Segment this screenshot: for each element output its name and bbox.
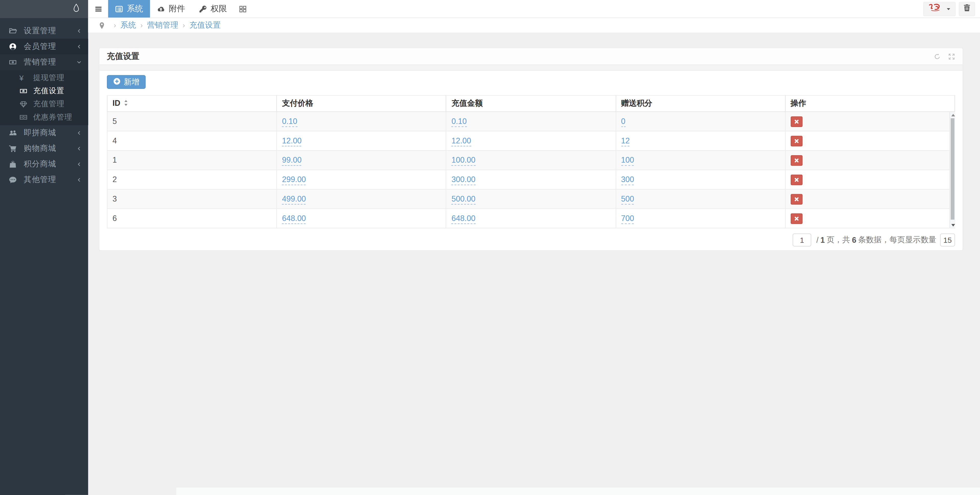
sidebar-item-label: 充值管理 [33,99,82,110]
editable-points-link[interactable]: 100 [621,156,634,166]
cell-operations [785,189,955,209]
fullscreen-button[interactable] [948,53,955,60]
sidebar-item-label: 优惠券管理 [33,112,82,123]
tab-auth[interactable]: 权限 [192,0,234,18]
editable-amount-link[interactable]: 300.00 [452,175,475,185]
delete-button[interactable] [791,213,802,224]
editable-amount-link[interactable]: 648.00 [452,214,475,224]
apps-grid-button[interactable] [234,0,252,18]
delete-button[interactable] [791,116,802,127]
editable-price-link[interactable]: 648.00 [282,214,306,224]
sidebar-logo [0,0,88,18]
editable-amount-link[interactable]: 12.00 [452,136,471,147]
pages-label: 页，共 [827,235,850,245]
breadcrumb-link-marketing[interactable]: 营销管理 [147,21,178,29]
scroll-down-button[interactable] [950,222,956,228]
panel-tools [934,53,955,60]
editable-price-link[interactable]: 99.00 [282,156,301,166]
editable-price-link[interactable]: 499.00 [282,195,306,204]
panel-heading: 充值设置 [100,48,963,64]
editable-points-link[interactable]: 12 [621,136,630,147]
delete-button[interactable] [791,136,802,146]
sidebar: 设置管理会员管理1营销管理¥提现管理1充值设置充值管理优惠券管理即拼商城购物商城… [0,0,88,495]
editable-amount-link[interactable]: 100.00 [452,156,475,166]
sidebar-toggle-button[interactable] [88,0,108,18]
sidebar-item-coupon-manage[interactable]: 优惠券管理 [0,111,88,124]
coupon-icon [19,113,28,121]
scrollbar-thumb[interactable] [951,118,955,220]
sidebar-item-marketing[interactable]: 1营销管理 [0,54,88,70]
user-icon [9,43,18,51]
list-alt-icon [115,5,123,13]
sidebar-item-settings[interactable]: 设置管理 [0,23,88,39]
add-button[interactable]: 新增 [107,75,146,89]
sidebar-item-label: 购物商城 [24,144,76,154]
plus-circle-icon [113,77,121,87]
scroll-up-button[interactable] [950,112,956,118]
cell-id: 1 [107,150,277,170]
tab-system[interactable]: 系统 [108,0,150,18]
table-row: 199.00100.00100 [107,150,955,170]
column-header-op: 操作 [785,96,955,112]
sidebar-item-recharge-manage[interactable]: 充值管理 [0,97,88,111]
cell-id: 6 [107,209,277,228]
sidebar-item-members[interactable]: 会员管理 [0,39,88,54]
editable-points-link[interactable]: 700 [621,214,634,224]
sidebar-item-points-mall[interactable]: 积分商城 [0,156,88,172]
chevron-left-icon [76,176,82,184]
cell-price: 99.00 [277,150,446,170]
editable-price-link[interactable]: 299.00 [282,175,306,185]
column-header-price: 支付价格 [277,96,446,112]
column-header-points: 赠送积分 [616,96,785,112]
breadcrumb-separator: › [114,21,116,29]
sidebar-item-label: 积分商城 [24,159,76,170]
droplet-icon [72,3,80,15]
top-navbar: 系统附件权限 [88,0,980,18]
panel-title: 充值设置 [107,51,139,62]
clear-cache-button[interactable] [959,2,975,16]
cell-price: 499.00 [277,189,446,209]
column-header-id[interactable]: ID [107,96,277,112]
breadcrumb-link-system[interactable]: 系统 [121,21,136,29]
add-button-label: 新增 [124,77,139,87]
pagination: / 1 页，共 6 条数据，每页显示数量 [107,233,955,246]
sidebar-item-other-manage[interactable]: 其他管理 [0,172,88,188]
table-row: 412.0012.0012 [107,131,955,150]
editable-points-link[interactable]: 500 [621,195,634,204]
cell-price: 648.00 [277,209,446,228]
sidebar-submenu-marketing: ¥提现管理1充值设置充值管理优惠券管理 [0,70,88,125]
cell-operations [785,150,955,170]
chevron-left-icon [76,27,82,35]
editable-points-link[interactable]: 300 [621,175,634,185]
page-size-input[interactable] [940,233,955,246]
sidebar-item-shop-mall[interactable]: 购物商城 [0,141,88,156]
delete-button[interactable] [791,174,802,185]
user-menu-button[interactable] [923,2,956,16]
panel-body: 新增 ID支付价格充值金额赠送积分操作 50.100.100412.0012.0… [100,71,963,250]
sidebar-item-group-mall[interactable]: 即拼商城 [0,125,88,141]
sidebar-item-recharge-config[interactable]: 1充值设置 [0,85,88,97]
sidebar-item-label: 充值设置 [33,86,82,97]
users-icon [9,129,18,137]
pager-slash: / [816,236,819,244]
delete-button[interactable] [791,155,802,166]
tab-attachment[interactable]: 附件 [150,0,192,18]
breadcrumb-separator: › [140,21,143,29]
editable-price-link[interactable]: 12.00 [282,136,301,147]
main-footer [176,487,980,495]
recharge-table: ID支付价格充值金额赠送积分操作 50.100.100412.0012.0012… [107,95,955,228]
editable-points-link[interactable]: 0 [621,117,625,127]
editable-price-link[interactable]: 0.10 [282,117,297,127]
delete-button[interactable] [791,193,802,204]
table-scrollbar [950,112,955,228]
breadcrumb-link-recharge[interactable]: 充值设置 [189,21,221,29]
cell-amount: 300.00 [446,170,616,189]
current-page-input[interactable] [792,233,811,246]
sidebar-item-withdraw-manage[interactable]: ¥提现管理 [0,72,88,85]
sidebar-item-label: 提现管理 [33,72,82,83]
editable-amount-link[interactable]: 0.10 [452,117,466,127]
total-pages: 1 [820,236,825,244]
refresh-button[interactable] [934,53,940,60]
sidebar-item-label: 其他管理 [24,175,76,185]
editable-amount-link[interactable]: 500.00 [452,195,475,204]
